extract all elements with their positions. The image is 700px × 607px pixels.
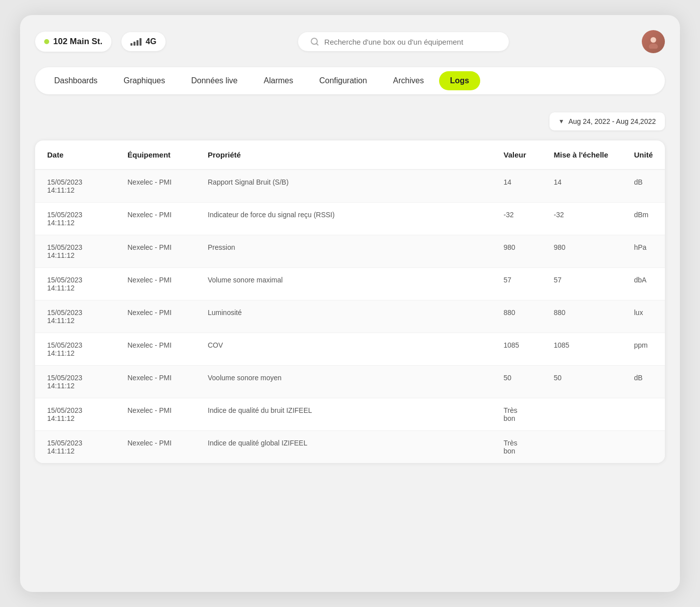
cell-mise: 57 — [542, 268, 622, 300]
cell-valeur: Très bon — [492, 431, 542, 464]
cell-mise — [542, 398, 622, 431]
table-header-row: Date Équipement Propriété Valeur Mise à … — [35, 140, 665, 170]
table-row: 15/05/2023 14:11:12 Nexelec - PMI Indice… — [35, 431, 665, 464]
search-bar[interactable] — [298, 32, 509, 51]
cell-valeur: 57 — [492, 268, 542, 300]
cell-propriete: Indice de qualité global IZIFEEL — [196, 431, 492, 464]
col-header-valeur: Valeur — [492, 140, 542, 170]
table-row: 15/05/2023 14:11:12 Nexelec - PMI Indice… — [35, 398, 665, 431]
cell-unite: ppm — [622, 333, 665, 366]
cell-date: 15/05/2023 14:11:12 — [35, 300, 115, 333]
cell-unite — [622, 398, 665, 431]
col-header-mise: Mise à l'échelle — [542, 140, 622, 170]
cell-unite: dBm — [622, 203, 665, 235]
date-filter-label: Aug 24, 2022 - Aug 24,2022 — [569, 117, 656, 125]
cell-equipement: Nexelec - PMI — [115, 203, 196, 235]
cell-equipement: Nexelec - PMI — [115, 235, 196, 268]
search-icon — [310, 37, 319, 46]
cell-unite: dB — [622, 170, 665, 203]
col-header-propriete: Propriété — [196, 140, 492, 170]
signal-type-label: 4G — [146, 37, 156, 46]
date-filter-arrow: ▼ — [558, 118, 565, 125]
date-filter-row: ▼ Aug 24, 2022 - Aug 24,2022 — [35, 112, 665, 130]
cell-propriete: Rapport Signal Bruit (S/B) — [196, 170, 492, 203]
header: 102 Main St. 4G — [35, 30, 665, 53]
table-row: 15/05/2023 14:11:12 Nexelec - PMI Rappor… — [35, 170, 665, 203]
cell-unite: hPa — [622, 235, 665, 268]
nav-item-configuration[interactable]: Configuration — [308, 71, 378, 90]
col-header-date: Date — [35, 140, 115, 170]
cell-valeur: 14 — [492, 170, 542, 203]
cell-unite — [622, 431, 665, 464]
svg-point-3 — [649, 44, 658, 49]
cell-valeur: 980 — [492, 235, 542, 268]
table-row: 15/05/2023 14:11:12 Nexelec - PMI Indica… — [35, 203, 665, 235]
svg-line-1 — [317, 43, 318, 45]
cell-equipement: Nexelec - PMI — [115, 300, 196, 333]
cell-date: 15/05/2023 14:11:12 — [35, 333, 115, 366]
location-badge[interactable]: 102 Main St. — [35, 32, 111, 52]
nav-item-logs[interactable]: Logs — [439, 71, 480, 90]
cell-equipement: Nexelec - PMI — [115, 170, 196, 203]
avatar — [642, 30, 665, 53]
cell-mise: 880 — [542, 300, 622, 333]
cell-valeur: 880 — [492, 300, 542, 333]
data-table: Date Équipement Propriété Valeur Mise à … — [35, 140, 665, 463]
table-row: 15/05/2023 14:11:12 Nexelec - PMI Volume… — [35, 268, 665, 300]
cell-equipement: Nexelec - PMI — [115, 333, 196, 366]
cell-unite: dB — [622, 366, 665, 398]
col-header-equipement: Équipement — [115, 140, 196, 170]
col-header-unite: Unité — [622, 140, 665, 170]
nav-item-donnees-live[interactable]: Données live — [180, 71, 249, 90]
signal-icon — [130, 38, 142, 46]
cell-propriete: Volume sonore maximal — [196, 268, 492, 300]
cell-date: 15/05/2023 14:11:12 — [35, 203, 115, 235]
cell-date: 15/05/2023 14:11:12 — [35, 268, 115, 300]
cell-propriete: Pression — [196, 235, 492, 268]
cell-propriete: Voolume sonore moyen — [196, 366, 492, 398]
cell-equipement: Nexelec - PMI — [115, 398, 196, 431]
cell-date: 15/05/2023 14:11:12 — [35, 235, 115, 268]
nav-bar: Dashboards Graphiques Données live Alarm… — [35, 67, 665, 94]
cell-date: 15/05/2023 14:11:12 — [35, 431, 115, 464]
table-row: 15/05/2023 14:11:12 Nexelec - PMI Pressi… — [35, 235, 665, 268]
location-label: 102 Main St. — [53, 37, 102, 47]
cell-propriete: COV — [196, 333, 492, 366]
table-row: 15/05/2023 14:11:12 Nexelec - PMI COV 10… — [35, 333, 665, 366]
table-container: Date Équipement Propriété Valeur Mise à … — [35, 140, 665, 463]
table-row: 15/05/2023 14:11:12 Nexelec - PMI Voolum… — [35, 366, 665, 398]
cell-mise: 980 — [542, 235, 622, 268]
svg-point-2 — [650, 37, 656, 43]
cell-valeur: 1085 — [492, 333, 542, 366]
cell-mise: 50 — [542, 366, 622, 398]
cell-mise: -32 — [542, 203, 622, 235]
cell-mise — [542, 431, 622, 464]
cell-unite: lux — [622, 300, 665, 333]
cell-unite: dbA — [622, 268, 665, 300]
nav-item-dashboards[interactable]: Dashboards — [43, 71, 108, 90]
location-dot — [44, 39, 49, 44]
cell-valeur: 50 — [492, 366, 542, 398]
cell-mise: 14 — [542, 170, 622, 203]
cell-valeur: -32 — [492, 203, 542, 235]
cell-date: 15/05/2023 14:11:12 — [35, 170, 115, 203]
cell-date: 15/05/2023 14:11:12 — [35, 398, 115, 431]
nav-item-graphiques[interactable]: Graphiques — [112, 71, 176, 90]
cell-equipement: Nexelec - PMI — [115, 431, 196, 464]
cell-date: 15/05/2023 14:11:12 — [35, 366, 115, 398]
header-left: 102 Main St. 4G — [35, 32, 166, 52]
date-filter[interactable]: ▼ Aug 24, 2022 - Aug 24,2022 — [549, 112, 665, 130]
cell-propriete: Indice de qualité du bruit IZIFEEL — [196, 398, 492, 431]
cell-propriete: Luminosité — [196, 300, 492, 333]
cell-equipement: Nexelec - PMI — [115, 366, 196, 398]
table-row: 15/05/2023 14:11:12 Nexelec - PMI Lumino… — [35, 300, 665, 333]
app-container: 102 Main St. 4G — [20, 15, 680, 592]
signal-badge: 4G — [121, 32, 165, 51]
cell-equipement: Nexelec - PMI — [115, 268, 196, 300]
cell-mise: 1085 — [542, 333, 622, 366]
nav-item-alarmes[interactable]: Alarmes — [253, 71, 305, 90]
cell-valeur: Très bon — [492, 398, 542, 431]
nav-item-archives[interactable]: Archives — [382, 71, 435, 90]
search-input[interactable] — [324, 38, 497, 46]
cell-propriete: Indicateur de force du signal reçu (RSSI… — [196, 203, 492, 235]
